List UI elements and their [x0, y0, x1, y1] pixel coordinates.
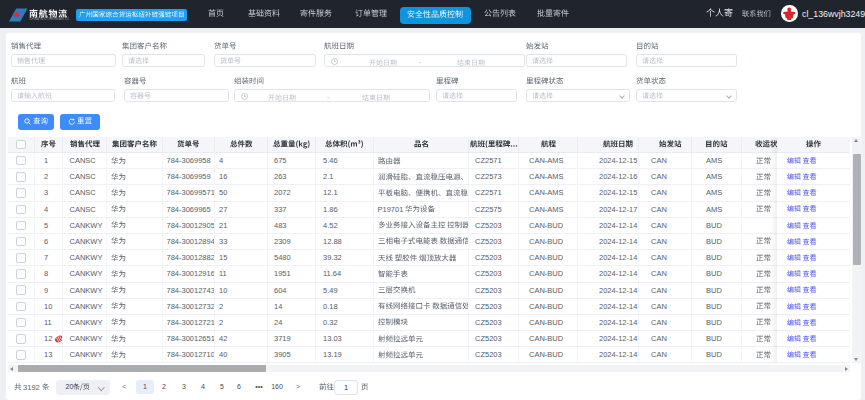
svg-text:CHINA SOUTHERN AIR LOGISTICS: CHINA SOUTHERN AIR LOGISTICS	[29, 18, 69, 22]
